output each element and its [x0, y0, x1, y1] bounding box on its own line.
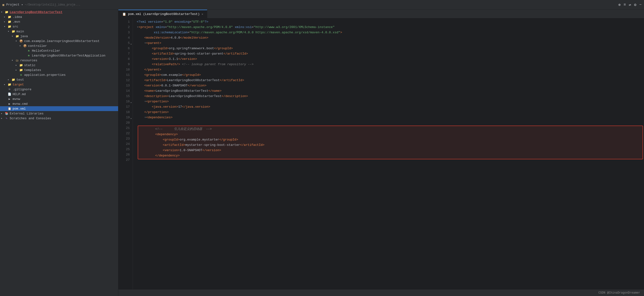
sidebar-item-idea[interactable]: 📁 .idea [0, 14, 118, 19]
sidebar-item-test[interactable]: 📁 test [0, 77, 118, 82]
title-bar-icons: ⊕ ≡ ⇌ ⚙ − [618, 2, 642, 7]
line7-indent [137, 51, 152, 56]
line13-open: <version> [144, 83, 161, 88]
line-num-7: 7 [118, 51, 130, 56]
line-num-21: 21 [118, 126, 130, 131]
gitignore-label: .gitignore [12, 88, 32, 91]
sidebar-item-external-libraries[interactable]: 📚 External Libraries [0, 111, 118, 116]
line10-indent [137, 67, 144, 72]
line23-open: <groupId> [163, 137, 180, 142]
sidebar-item-pom-xml[interactable]: 📋 pom.xml [0, 106, 118, 111]
sync-icon[interactable]: ⇌ [629, 2, 631, 7]
project-dropdown-icon[interactable]: ▾ [21, 3, 23, 6]
arrow-resources [12, 59, 15, 62]
line-num-4: 4 [118, 35, 130, 40]
sidebar-item-resources[interactable]: 🗂 resources [0, 58, 118, 63]
line24-indent [140, 142, 163, 148]
sidebar-item-mvnw[interactable]: ▶ mvnw [0, 97, 118, 101]
sidebar-item-help-md[interactable]: 📄 HELP.md [0, 92, 118, 97]
line1-val1: "1.0" [163, 19, 172, 25]
line13-indent [137, 83, 144, 88]
sidebar-item-templates[interactable]: 📁 templates [0, 68, 118, 72]
mvnw-icon: ▶ [7, 97, 12, 101]
line9-tag: <relativePath/> [152, 62, 180, 67]
code-line-17: <java.version>17</java.version> [137, 104, 644, 110]
settings-icon[interactable]: ⚙ [634, 2, 636, 7]
gitignore-icon: ≈ [7, 87, 12, 91]
com-example-label: com.example.learnspringboot08startertest [24, 39, 100, 43]
learn-app-icon: ☘ [26, 54, 31, 57]
line3-eq: = [188, 30, 190, 35]
code-line-4: <modelVersion>4.0.0</modelVersion> [137, 35, 644, 40]
code-line-14: <name>LearnSpringBoot08starterTest</name… [137, 88, 644, 94]
list-icon[interactable]: ≡ [624, 3, 626, 7]
line6-close: </groupId> [214, 46, 233, 51]
line2-val2: "http://www.w3.org/2001/XMLSchema-instan… [254, 25, 334, 30]
package-icon: 📦 [19, 39, 23, 43]
main-content: 📁 LearnSpringBoot08starterTest 📁 .idea 📁… [0, 10, 644, 296]
templates-folder-icon: 📁 [19, 68, 23, 72]
tab-pom-icon: 📋 [122, 12, 126, 16]
line18-tag: </properties> [144, 110, 168, 115]
sidebar-item-learn-app[interactable]: ☘ LearnSpringBoot08starterTestApplicatio… [0, 53, 118, 58]
sidebar-item-com-example[interactable]: 📦 com.example.learnspringboot08starterte… [0, 39, 118, 43]
sidebar-item-java[interactable]: 📁 java [0, 34, 118, 39]
properties-icon: ⚙ [19, 73, 23, 77]
sidebar-item-gitignore[interactable]: ≈ .gitignore [0, 87, 118, 92]
line-num-20: 20 [118, 120, 130, 126]
code-line-3: xsi:schemaLocation="http://maven.apache.… [137, 30, 644, 35]
code-line-24: <artifactId>mystarter-spring-boot-starte… [140, 142, 640, 148]
code-line-6: <groupId>org.springframework.boot</group… [137, 46, 644, 51]
sidebar-item-target[interactable]: 📁 target [0, 82, 118, 87]
line13-val: 0.0.1-SNAPSHOT [161, 83, 188, 88]
sidebar-item-mvn[interactable]: 📁 .mvn [0, 19, 118, 24]
controller-label: controller [28, 44, 47, 48]
src-label: src [12, 25, 18, 28]
external-icon: 📚 [4, 112, 9, 115]
code-line-12: <artifactId>LearnSpringBoot08starterTest… [137, 78, 644, 83]
sidebar-item-root[interactable]: 📁 LearnSpringBoot08starterTest [0, 10, 118, 14]
code-line-5: ▾<parent> [137, 40, 644, 46]
sidebar-item-scratches[interactable]: ✎ Scratches and Consoles [0, 116, 118, 121]
sidebar-item-src[interactable]: 📁 src [0, 24, 118, 29]
static-folder-icon: 📁 [19, 63, 23, 67]
line26-tag: </dependency> [155, 153, 180, 158]
code-editor[interactable]: 1 2 3 4 5 6 7 8 9 10 11 12 13 14 15 16 1… [118, 18, 644, 289]
controller-folder-icon: 📦 [23, 44, 27, 48]
sidebar-item-main[interactable]: 📁 main [0, 29, 118, 34]
footer: CSDN @ChinaDragonDreamer [118, 289, 644, 296]
line2-fold: ▾ [137, 25, 139, 30]
line-num-12: 12 [118, 78, 130, 83]
line8-close: </version> [178, 56, 197, 62]
tab-close-button[interactable]: ✕ [202, 12, 203, 16]
line25-open: <version> [163, 148, 180, 153]
static-label: static [24, 63, 36, 67]
line-num-9: 9 [118, 62, 130, 67]
sidebar-item-mvnw-cmd[interactable]: ▶ mvnw.cmd [0, 101, 118, 106]
line19-indent [137, 115, 144, 120]
line11-close: </groupId> [182, 72, 201, 78]
line-num-11: 11 [118, 72, 130, 78]
sidebar-item-hello-controller[interactable]: ☘ HelloController [0, 48, 118, 53]
title-bar: ▣ Project ▾ ~/Desktop/intellij_idea_proj… [0, 0, 644, 10]
line8-indent [137, 56, 152, 62]
arrow-scratches [1, 117, 4, 120]
tab-pom-xml[interactable]: 📋 pom.xml (LearnSpringBoot08starterTest)… [118, 10, 207, 18]
line-num-6: 6 [118, 46, 130, 51]
line21-indent [140, 126, 155, 132]
line19-tag: <dependencies> [146, 115, 172, 120]
arrow-com [16, 40, 19, 42]
line15-val: LearnSpringBoot08starterTest [169, 94, 222, 99]
sidebar-item-app-properties[interactable]: ⚙ application.properties [0, 72, 118, 77]
code-content[interactable]: <?xml version="1.0" encoding="UTF-8"?> ▾… [133, 18, 644, 289]
root-folder-icon: 📁 [4, 10, 9, 14]
code-line-13: <version>0.0.1-SNAPSHOT</version> [137, 83, 644, 88]
sidebar-item-controller[interactable]: 📦 controller [0, 43, 118, 48]
line26-indent [140, 153, 155, 158]
line-num-19: 19 [118, 115, 130, 120]
sidebar-item-static[interactable]: 📁 static [0, 63, 118, 68]
arrow-static [16, 64, 19, 67]
line8-open: <version> [152, 56, 168, 62]
add-icon[interactable]: ⊕ [618, 2, 621, 7]
minimize-icon[interactable]: − [639, 3, 642, 7]
